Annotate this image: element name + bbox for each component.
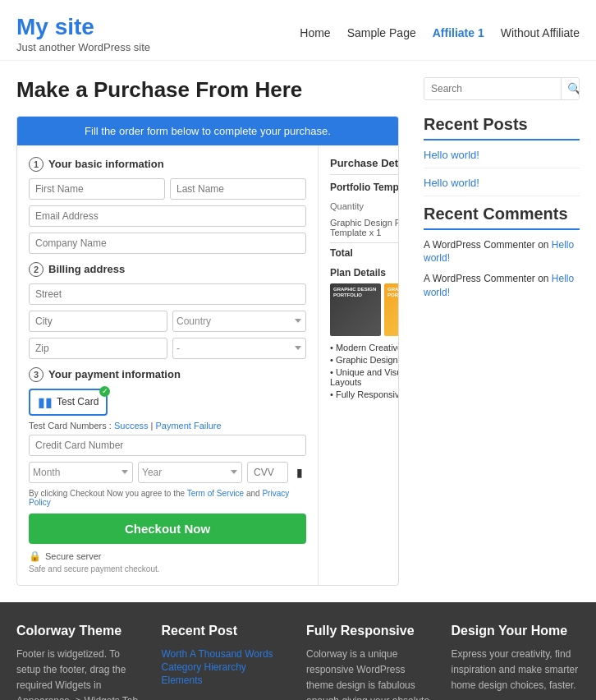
checkout-header: Fill the order form below to complete yo… — [17, 117, 398, 145]
first-name-input[interactable] — [29, 178, 165, 200]
post-divider-1 — [424, 168, 580, 168]
main-content: Make a Purchase From Here Fill the order… — [0, 61, 596, 602]
cc-row — [29, 435, 306, 456]
name-row — [29, 178, 306, 200]
purchase-details-col: Purchase Details Portfolio Templates Qua… — [319, 145, 399, 585]
site-header: My site Just another WordPress site Home… — [0, 0, 596, 61]
checkout-button[interactable]: Checkout Now — [29, 513, 306, 544]
card-flip-icon: ▮ — [293, 462, 306, 483]
email-row — [29, 205, 306, 227]
main-nav: Home Sample Page Affiliate 1 Without Aff… — [300, 26, 580, 39]
card-check-badge: ✓ — [99, 386, 110, 397]
content-area: Make a Purchase From Here Fill the order… — [16, 77, 399, 586]
recent-post-1[interactable]: Hello world! — [424, 149, 580, 161]
step1-num: 1 — [29, 157, 44, 172]
footer-col-3: Fully Responsive Colorway is a unique re… — [306, 624, 435, 700]
privacy-policy-link[interactable]: Privacy Policy — [29, 489, 289, 507]
quantity-label: Quantity — [330, 201, 364, 211]
step1-label: Your basic information — [48, 158, 164, 170]
secure-row: 🔒 Secure server — [29, 550, 306, 562]
footer-col1-text: Footer is widgetized. To setup the foote… — [16, 647, 145, 700]
step2-title: 2 Billing address — [29, 262, 306, 277]
post-divider-2 — [424, 196, 580, 196]
product-line-label: Graphic Design Portfolio Template x 1 — [330, 218, 399, 237]
plan-features: Modern Creative Design Graphic Design Po… — [330, 343, 399, 399]
year-select[interactable]: Year — [138, 462, 242, 483]
street-row — [29, 283, 306, 305]
step1-title: 1 Your basic information — [29, 157, 306, 172]
search-icon: 🔍 — [567, 82, 580, 95]
cvv-input[interactable] — [247, 462, 288, 483]
sidebar: 🔍 Recent Posts Hello world! Hello world!… — [424, 77, 580, 586]
footer-col3-text: Colorway is a unique responsive WordPres… — [306, 647, 435, 700]
step3-title: 3 Your payment information — [29, 367, 306, 382]
commenter-text-2: A WordPress Commenter on — [424, 273, 552, 284]
plan-image-yellow: GRAPHIC DESIGN PORTFOLIO — [384, 283, 399, 336]
footer-col-4: Design Your Home Express your creativity… — [452, 624, 580, 700]
footer-col2-title: Recent Post — [162, 624, 291, 638]
card-select-button[interactable]: ▮▮ Test Card ✓ — [29, 389, 108, 416]
lock-icon: 🔒 — [29, 550, 41, 562]
credit-card-input[interactable] — [29, 435, 306, 456]
recent-comments-title: Recent Comments — [424, 205, 580, 230]
city-input[interactable] — [29, 311, 167, 332]
purchase-details-title: Purchase Details — [330, 157, 399, 175]
terms-text: By clicking Checkout Now you agree to th… — [29, 489, 306, 507]
zip-suffix-select[interactable]: - — [172, 338, 306, 359]
footer-recent-post-link1[interactable]: Worth A Thousand Words — [162, 648, 273, 660]
plan-img1-label: GRAPHIC DESIGN PORTFOLIO — [333, 287, 381, 298]
card-icon: ▮▮ — [38, 394, 53, 410]
search-input[interactable] — [424, 78, 561, 99]
email-input[interactable] — [29, 205, 306, 227]
plan-img2-label: GRAPHIC DESIGN PORTFOLIO — [387, 287, 399, 298]
step2-num: 2 — [29, 262, 44, 277]
success-link[interactable]: Success — [114, 421, 149, 431]
total-label: Total — [330, 247, 353, 259]
zip-input[interactable] — [29, 338, 167, 359]
last-name-input[interactable] — [170, 178, 306, 200]
zip-row: - — [29, 338, 306, 359]
commenter-text-1: A WordPress Commenter on — [424, 239, 552, 251]
failure-link[interactable]: Payment Failure — [155, 421, 221, 431]
search-button[interactable]: 🔍 — [561, 78, 580, 99]
step3-num: 3 — [29, 367, 44, 382]
footer-recent-post-link2[interactable]: Category Hierarchy Elements — [162, 661, 246, 686]
nav-home[interactable]: Home — [300, 26, 330, 39]
test-card-note: Test Card Numbers : Success | Payment Fa… — [29, 421, 306, 431]
nav-affiliate1[interactable]: Affiliate 1 — [433, 26, 484, 39]
plan-details-title: Plan Details — [330, 267, 399, 279]
billing-section: 2 Billing address Country — [29, 262, 306, 359]
feature-2: Graphic Design Portfolio — [330, 355, 399, 365]
footer-col1-title: Colorway Theme — [16, 624, 145, 638]
footer-main: Colorway Theme Footer is widgetized. To … — [0, 602, 596, 700]
feature-3: Unique and Visually Appealing Layouts — [330, 367, 399, 387]
footer-col4-title: Design Your Home — [452, 624, 580, 638]
product-name: Portfolio Templates — [330, 182, 399, 193]
footer-col4-text: Express your creativity, find inspiratio… — [452, 647, 580, 694]
checkout-inner: 1 Your basic information — [17, 145, 398, 585]
street-input[interactable] — [29, 283, 306, 305]
comment-1: A WordPress Commenter on Hello world! — [424, 238, 580, 266]
plan-images: GRAPHIC DESIGN PORTFOLIO GRAPHIC DESIGN … — [330, 283, 399, 336]
nav-without-affiliate[interactable]: Without Affiliate — [501, 26, 580, 39]
checkout-form: 1 Your basic information — [17, 145, 319, 585]
plan-image-dark: GRAPHIC DESIGN PORTFOLIO — [330, 283, 381, 336]
country-select[interactable]: Country — [172, 311, 306, 332]
total-row: Total $10.00 — [330, 242, 399, 259]
terms-of-service-link[interactable]: Term of Service — [187, 489, 244, 498]
secure-label: Secure server — [45, 551, 101, 561]
feature-4: Fully Responsive — [330, 389, 399, 399]
nav-sample-page[interactable]: Sample Page — [347, 26, 416, 39]
recent-post-2[interactable]: Hello world! — [424, 177, 580, 189]
footer-col-2: Recent Post Worth A Thousand Words Categ… — [162, 624, 291, 700]
site-tagline: Just another WordPress site — [16, 41, 150, 53]
company-input[interactable] — [29, 233, 306, 254]
page-title: Make a Purchase From Here — [16, 77, 399, 103]
footer-col-1: Colorway Theme Footer is widgetized. To … — [16, 624, 145, 700]
secure-sub: Safe and secure payment checkout. — [29, 564, 306, 573]
card-label: Test Card — [57, 396, 99, 408]
checkout-box: Fill the order form below to complete yo… — [16, 116, 399, 586]
footer-col3-title: Fully Responsive — [306, 624, 435, 638]
month-select[interactable]: Month — [29, 462, 133, 483]
step3-label: Your payment information — [48, 368, 181, 380]
